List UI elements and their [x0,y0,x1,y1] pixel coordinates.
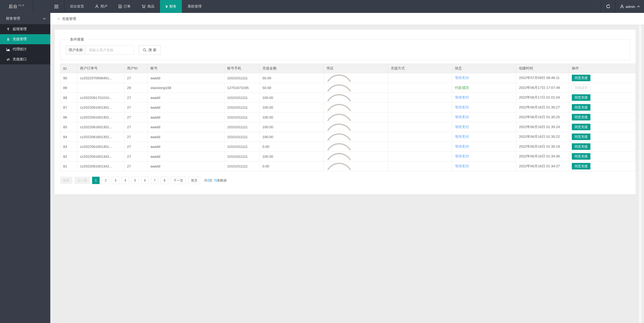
cell-method [388,122,452,132]
column-header-phone: 账号手机 [224,64,260,73]
cell-created: 2022年07月09日 08:46:11 [516,73,569,83]
username-label: admin [626,4,635,8]
sidebar-item-label: 提现管理 [12,27,27,31]
swap-arrows-icon: ⇄ [6,57,10,61]
sidebar-item-4[interactable]: ⇄充值接口 [0,54,50,64]
approve-recharge-button[interactable]: 同意充值 [572,94,590,101]
nav-item-4[interactable]: 商品 [136,0,160,13]
cell-id: 85 [60,122,77,132]
column-header-created: 创建时间 [516,64,569,73]
sidebar-item-3[interactable]: 代理统计 [0,44,50,54]
approve-recharge-button[interactable]: 同意充值 [572,163,590,169]
cell-uid: 27 [124,161,148,171]
table-row: 88cz2022061701010...27aaadd1010101111110… [60,93,636,103]
voucher-image[interactable] [326,94,385,101]
approve-recharge-button[interactable]: 同意充值 [572,134,590,140]
cell-status: 等待支付 [452,132,516,142]
cell-action: 同意充值 [569,73,636,83]
approve-recharge-button[interactable]: 同意充值 [572,124,590,130]
page-button-5[interactable]: 5 [131,177,139,184]
username-filter-group: 用户名称 [66,45,134,55]
prev-page-button[interactable]: 上一页 [74,177,90,184]
nav-item-6[interactable]: 系统管理 [182,0,207,13]
refresh-button[interactable] [601,0,615,13]
voucher-image[interactable] [326,143,385,150]
cell-id: 88 [60,93,77,103]
cell-voucher [324,112,388,122]
status-badge: 等待支付 [455,76,469,80]
page-button-1[interactable]: 1 [92,177,100,184]
sidebar-group-finance[interactable]: 财务管理 [0,13,50,24]
cell-created: 2022年06月17日 01:01:04 [516,93,569,103]
page-button-8[interactable]: 8 [161,177,168,184]
cell-order: cz2022061601351... [77,142,124,152]
voucher-image[interactable] [326,162,385,170]
nav-item-1[interactable]: 后台首页 [64,0,90,13]
search-button[interactable]: 搜 索 [139,45,160,55]
voucher-image[interactable] [326,133,385,141]
nav-item-2[interactable]: 用户 [90,0,113,13]
cell-amount: 0.00 [260,161,324,171]
cell-id: 84 [60,132,77,142]
cell-voucher [324,83,388,93]
cell-account: xiaoxiong168 [148,83,224,93]
cell-created: 2022年06月16日 01:34:27 [516,161,569,171]
voucher-image[interactable] [326,113,385,121]
next-page-button[interactable]: 下一页 [170,177,186,184]
sidebar: 财务管理 ₹提现管理฿充值管理代理统计⇄充值接口 [0,13,50,323]
nav-item-5[interactable]: ¥财务 [160,0,182,13]
page-button-7[interactable]: 7 [151,177,158,184]
cell-uid: 29 [124,83,148,93]
recharge-done-button[interactable]: 充值成功 [572,84,590,91]
approve-recharge-button[interactable]: 同意充值 [572,143,590,150]
cell-action: 同意充值 [569,102,636,112]
user-menu[interactable]: admin [616,0,644,13]
voucher-image[interactable] [326,123,385,131]
voucher-image[interactable] [326,153,385,160]
approve-recharge-button[interactable]: 同意充值 [572,153,590,160]
voucher-image[interactable] [326,74,385,82]
cell-account: aaadd [148,112,224,122]
first-page-button[interactable]: 首页 [60,177,72,184]
cell-phone: 10101011111 [224,93,260,103]
voucher-image[interactable] [326,104,385,111]
sidebar-item-1[interactable]: ₹提现管理 [0,24,50,34]
cell-voucher [324,102,388,112]
table-row: 83cz2022061601351...27aaadd101010111110.… [60,142,636,152]
cell-method [388,152,452,161]
cell-phone: 10101011111 [224,102,260,112]
column-header-account: 账号 [148,64,224,73]
username-filter-input[interactable] [86,45,134,55]
page-button-4[interactable]: 4 [122,177,129,184]
sidebar-group-label: 财务管理 [6,16,20,21]
cell-method [388,93,452,103]
cell-order: cz2022061701010... [77,93,124,103]
nav-item-3[interactable]: 订单 [113,0,136,13]
cell-method [388,112,452,122]
page-button-2[interactable]: 2 [102,177,110,184]
last-page-button[interactable]: 尾页 [188,177,200,184]
approve-recharge-button[interactable]: 同意充值 [572,75,590,81]
menu-toggle-button[interactable] [33,0,64,13]
cell-action: 同意充值 [569,152,636,161]
scrollbar-track[interactable] [638,13,642,323]
voucher-image[interactable] [326,84,385,91]
column-header-amount: 充值金额 [260,64,324,73]
cell-account: aaadd [148,73,224,83]
approve-recharge-button[interactable]: 同意充值 [572,104,590,111]
cell-amount: 100.00 [260,152,324,161]
cell-voucher [324,161,388,171]
sidebar-item-label: 代理统计 [12,47,27,52]
cell-order: cz2022061601352... [77,102,124,112]
cell-method [388,73,452,83]
page-button-3[interactable]: 3 [112,177,119,184]
sidebar-item-2[interactable]: ฿充值管理 [0,34,50,44]
approve-recharge-button[interactable]: 同意充值 [572,114,590,120]
cell-status: 等待支付 [452,152,516,161]
cell-action: 充值成功 [569,83,636,93]
cell-order: cz2022061601352... [77,112,124,122]
cell-order: cz2022061601342... [77,161,124,171]
page-button-6[interactable]: 6 [141,177,149,184]
document-icon [118,4,122,8]
column-header-voucher: 凭证 [324,64,388,73]
